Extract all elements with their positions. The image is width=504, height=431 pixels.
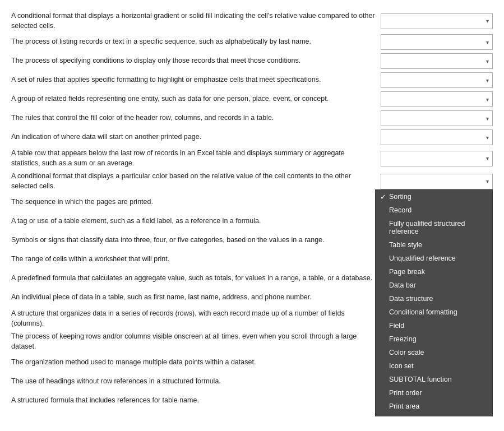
- definition-text: The range of cells within a worksheet th…: [11, 254, 381, 265]
- dropdown-option[interactable]: Color scale: [376, 346, 492, 359]
- definition-text: The sequence in which the pages are prin…: [11, 197, 381, 207]
- dropdown-option[interactable]: Data structure: [376, 292, 492, 305]
- chevron-down-icon: ▾: [486, 178, 489, 184]
- answer-dropdown-container: ▾SortingRecordFully qualified structured…: [381, 174, 493, 189]
- chevron-down-icon: ▾: [486, 155, 489, 161]
- definition-text: A structure that organizes data in a ser…: [11, 309, 381, 328]
- answer-dropdown-container: ▾: [381, 13, 493, 29]
- answer-dropdown-container: ▾: [381, 91, 493, 107]
- definition-row: A table row that appears below the last …: [11, 147, 493, 169]
- answer-dropdown-container: ▾: [381, 151, 493, 166]
- answer-dropdown-container: ▾: [381, 110, 493, 126]
- answer-dropdown-container: ▾: [381, 72, 493, 88]
- definition-text: A conditional format that displays a hor…: [11, 11, 381, 31]
- answer-dropdown-button[interactable]: ▾: [381, 34, 493, 50]
- dropdown-menu: SortingRecordFully qualified structured …: [375, 189, 493, 417]
- answer-dropdown-button[interactable]: ▾: [381, 53, 493, 69]
- chevron-down-icon: ▾: [486, 39, 489, 45]
- answer-dropdown-container: ▾: [381, 129, 493, 145]
- definition-row: The process of listing records or text i…: [11, 33, 493, 51]
- definition-text: A table row that appears below the last …: [11, 149, 381, 168]
- definition-row: The rules that control the fill color of…: [11, 109, 493, 127]
- answer-dropdown-button[interactable]: ▾: [381, 110, 493, 126]
- dropdown-option[interactable]: Icon set: [376, 359, 492, 373]
- dropdown-option[interactable]: Print area: [376, 400, 492, 413]
- definition-text: A structured formula that includes refer…: [11, 396, 381, 406]
- chevron-down-icon: ▾: [486, 77, 489, 84]
- definition-text: A group of related fields representing o…: [11, 94, 381, 104]
- chevron-down-icon: ▾: [486, 96, 489, 103]
- definition-row: The process of specifying conditions to …: [11, 52, 493, 70]
- definition-text: The rules that control the fill color of…: [11, 113, 381, 123]
- definition-text: Symbols or signs that classify data into…: [11, 235, 381, 245]
- definition-text: The process of listing records or text i…: [11, 37, 381, 47]
- dropdown-option[interactable]: Conditional formatting: [376, 305, 492, 319]
- chevron-down-icon: ▾: [486, 115, 489, 122]
- dropdown-option[interactable]: Field: [376, 319, 492, 332]
- definition-text: The process of keeping rows and/or colum…: [11, 332, 381, 351]
- dropdown-option[interactable]: Unqualified reference: [376, 252, 492, 265]
- dropdown-option[interactable]: Fully qualified structured reference: [376, 217, 492, 238]
- answer-dropdown-container: ▾: [381, 53, 493, 69]
- answer-dropdown-button[interactable]: ▾: [381, 13, 493, 29]
- chevron-down-icon: ▾: [486, 18, 489, 24]
- answer-dropdown-button[interactable]: ▾: [381, 174, 493, 189]
- dropdown-option[interactable]: SUBTOTAL function: [376, 373, 492, 386]
- definition-row: A conditional format that displays a hor…: [11, 10, 493, 32]
- definition-row: A set of rules that applies specific for…: [11, 71, 493, 89]
- definition-text: The organization method used to manage m…: [11, 358, 381, 368]
- definition-text: An indication of where data will start o…: [11, 132, 381, 142]
- definition-row: An indication of where data will start o…: [11, 128, 493, 146]
- definition-row: A group of related fields representing o…: [11, 90, 493, 108]
- dropdown-option[interactable]: Data bar: [376, 279, 492, 292]
- definition-row: A conditional format that displays a par…: [11, 170, 493, 192]
- definition-text: A tag or use of a table element, such as…: [11, 216, 381, 226]
- answer-dropdown-container: ▾: [381, 34, 493, 50]
- dropdown-option[interactable]: Record: [376, 203, 492, 217]
- chevron-down-icon: ▾: [486, 58, 489, 64]
- dropdown-option[interactable]: Table: [376, 413, 492, 417]
- dropdown-option[interactable]: Print order: [376, 386, 492, 400]
- dropdown-option[interactable]: Page break: [376, 265, 492, 279]
- answer-dropdown-button[interactable]: ▾: [381, 72, 493, 88]
- definition-text: The process of specifying conditions to …: [11, 56, 381, 66]
- definition-text: A set of rules that applies specific for…: [11, 75, 381, 85]
- definition-text: A predefined formula that calculates an …: [11, 274, 381, 284]
- definition-text: The use of headings without row referenc…: [11, 377, 381, 387]
- dropdown-option[interactable]: Sorting: [376, 190, 492, 203]
- answer-dropdown-button[interactable]: ▾: [381, 129, 493, 145]
- chevron-down-icon: ▾: [486, 135, 489, 141]
- answer-dropdown-button[interactable]: ▾: [381, 151, 493, 166]
- definition-text: An individual piece of data in a table, …: [11, 293, 381, 303]
- dropdown-option[interactable]: Table style: [376, 238, 492, 252]
- dropdown-option[interactable]: Freezing: [376, 332, 492, 346]
- answer-dropdown-button[interactable]: ▾: [381, 91, 493, 107]
- definition-text: A conditional format that displays a par…: [11, 172, 381, 191]
